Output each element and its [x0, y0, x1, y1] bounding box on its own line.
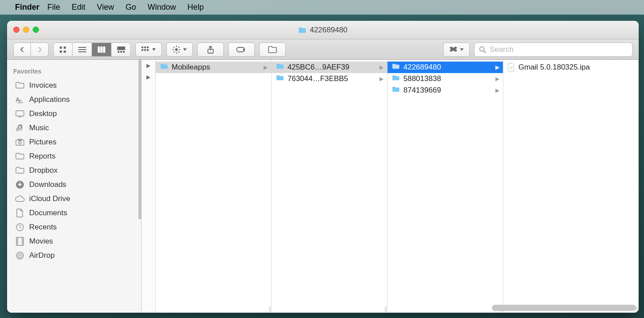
column-resize-handle[interactable]: ‖ [384, 306, 386, 312]
file-row[interactable]: Gmail 5.0.180325.ipa [503, 62, 638, 73]
svg-rect-2 [60, 50, 62, 53]
sidebar-item-label: Documents [29, 209, 67, 217]
menu-edit[interactable]: Edit [72, 3, 85, 12]
svg-point-31 [243, 49, 245, 50]
menu-view[interactable]: View [97, 3, 114, 12]
folder-row[interactable]: 425BC6…9AEF39▶ [272, 62, 387, 73]
tags-button[interactable] [228, 43, 255, 57]
svg-rect-14 [142, 47, 143, 48]
folder-icon [160, 63, 168, 72]
sidebar-item-downloads[interactable]: Downloads [7, 178, 141, 192]
sidebar-item-airdrop[interactable]: AirDrop [7, 248, 141, 263]
view-switcher [53, 43, 131, 57]
sidebar-item-dropbox[interactable]: Dropbox [7, 163, 141, 178]
sidebar-item-recents[interactable]: Recents [7, 220, 141, 234]
svg-rect-37 [16, 111, 24, 116]
menu-go[interactable]: Go [126, 3, 136, 12]
sidebar-item-label: Dropbox [29, 166, 58, 175]
sidebar-item-icloud-drive[interactable]: iCloud Drive [7, 192, 141, 206]
svg-point-20 [175, 48, 178, 51]
search-input[interactable] [490, 45, 628, 54]
menu-help[interactable]: Help [188, 3, 204, 12]
item-name: Mobileapps [172, 63, 260, 72]
sidebar-item-pictures[interactable]: Pictures [7, 135, 141, 149]
sidebar-item-documents[interactable]: Documents [7, 206, 141, 220]
column-4[interactable]: Gmail 5.0.180325.ipa‖ [503, 60, 639, 313]
sidebar-item-label: Pictures [29, 138, 56, 147]
close-button[interactable] [13, 27, 19, 33]
action-menu-button[interactable] [166, 43, 193, 57]
svg-rect-6 [78, 51, 86, 52]
svg-rect-7 [98, 47, 100, 53]
folder-icon [392, 63, 400, 72]
folder-icon [392, 74, 400, 83]
chevron-right-icon: ▶ [380, 64, 383, 70]
chevron-right-icon: ▶ [495, 76, 499, 82]
folder-icon [392, 86, 400, 95]
folder-row[interactable]: Mobileapps▶ [156, 62, 271, 73]
view-gallery-button[interactable] [111, 43, 131, 57]
item-name: 425BC6…9AEF39 [288, 63, 376, 72]
fullscreen-button[interactable] [33, 27, 39, 33]
column-2[interactable]: 425BC6…9AEF39▶763044…F3EBB5▶‖ [272, 60, 387, 313]
folder-icon [15, 81, 25, 90]
cloud-icon [15, 194, 25, 204]
view-columns-button[interactable] [92, 43, 111, 57]
sidebar-item-desktop[interactable]: Desktop [7, 107, 141, 121]
svg-point-40 [19, 141, 21, 144]
folder-row[interactable]: 763044…F3EBB5▶ [272, 73, 387, 85]
window-controls [13, 27, 39, 33]
sidebar-item-invoices[interactable]: Invoices [7, 78, 141, 93]
sidebar-item-movies[interactable]: Movies [7, 234, 141, 248]
chevron-right-icon: ▶ [380, 76, 383, 82]
sidebar: Favorites InvoicesAApplicationsDesktopMu… [7, 60, 142, 313]
sidebar-item-label: AirDrop [29, 251, 55, 260]
sidebar-item-label: Invoices [29, 81, 57, 90]
search-field[interactable] [474, 43, 632, 57]
menu-file[interactable]: File [47, 3, 60, 12]
folder-row[interactable]: 874139669▶ [387, 85, 503, 96]
folder-icon [15, 151, 25, 161]
share-button[interactable] [197, 43, 224, 57]
sidebar-item-music[interactable]: Music [7, 121, 141, 135]
item-name: 874139669 [403, 86, 492, 95]
documents-icon [15, 208, 25, 218]
folder-row[interactable]: 422689480▶ [387, 62, 503, 73]
toolbar: + [7, 39, 639, 60]
sidebar-item-label: Applications [29, 95, 70, 104]
view-list-button[interactable] [73, 43, 92, 57]
svg-point-56 [510, 66, 513, 69]
svg-rect-4 [78, 47, 86, 48]
dropbox-menu-button[interactable] [443, 43, 470, 57]
minimize-button[interactable] [23, 27, 29, 33]
column-1[interactable]: Mobileapps▶‖ [156, 60, 272, 313]
history-marker-icon[interactable]: ▶ [146, 62, 150, 69]
app-name[interactable]: Finder [15, 3, 39, 12]
sidebar-item-label: Desktop [29, 109, 57, 118]
sidebar-item-applications[interactable]: AApplications [7, 93, 141, 107]
menu-window[interactable]: Window [148, 3, 176, 12]
forward-button[interactable] [31, 43, 49, 57]
svg-rect-16 [147, 47, 149, 48]
horizontal-scrollbar[interactable] [492, 305, 636, 311]
back-button[interactable] [13, 43, 31, 57]
view-icons-button[interactable] [53, 43, 73, 57]
folder-row[interactable]: 588013838▶ [387, 73, 503, 85]
item-name: 763044…F3EBB5 [288, 74, 376, 83]
sidebar-scrollbar[interactable] [138, 60, 142, 313]
applications-icon: A [15, 95, 25, 105]
new-folder-button[interactable]: + [259, 43, 286, 57]
chevron-right-icon: ▶ [495, 64, 499, 70]
music-icon [15, 123, 25, 133]
titlebar[interactable]: 422689480 [7, 21, 639, 39]
sidebar-item-reports[interactable]: Reports [7, 149, 141, 163]
history-marker-icon[interactable]: ▶ [146, 74, 150, 80]
downloads-icon [15, 180, 25, 190]
column-resize-handle[interactable]: ‖ [268, 306, 270, 312]
item-name: 422689480 [403, 63, 492, 72]
svg-rect-1 [64, 47, 66, 49]
path-history-strip[interactable]: ▶ ▶ [142, 60, 156, 313]
column-3[interactable]: 422689480▶588013838▶874139669▶‖ [387, 60, 503, 313]
sidebar-section-header: Favorites [7, 65, 141, 78]
arrange-menu-button[interactable] [135, 43, 162, 57]
